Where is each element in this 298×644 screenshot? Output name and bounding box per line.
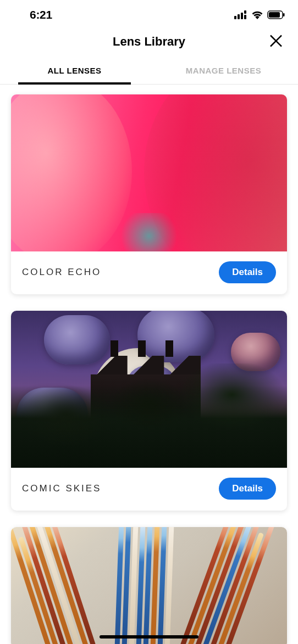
lens-card-partial[interactable] — [11, 527, 287, 644]
tab-bar: ALL LENSES MANAGE LENSES — [0, 57, 298, 85]
lens-card-footer: COLOR ECHO Details — [11, 251, 287, 294]
svg-rect-7 — [283, 13, 285, 16]
cellular-signal-icon — [234, 10, 247, 19]
lens-list[interactable]: COLOR ECHO Details COMIC SKIES Details — [0, 85, 298, 644]
close-icon — [269, 41, 283, 49]
details-button[interactable]: Details — [219, 478, 276, 500]
battery-icon — [267, 10, 285, 19]
tab-manage-lenses[interactable]: MANAGE LENSES — [149, 57, 298, 84]
lens-card-color-echo[interactable]: COLOR ECHO Details — [11, 94, 287, 294]
lens-preview-image — [11, 527, 287, 644]
lens-card-comic-skies[interactable]: COMIC SKIES Details — [11, 311, 287, 511]
lens-preview-image — [11, 311, 287, 468]
lens-title: COMIC SKIES — [22, 483, 101, 494]
app-header: Lens Library — [0, 26, 298, 57]
close-button[interactable] — [266, 31, 286, 53]
home-indicator[interactable] — [100, 635, 198, 639]
svg-rect-6 — [269, 12, 280, 18]
status-bar: 6:21 — [0, 0, 298, 26]
details-button[interactable]: Details — [219, 261, 276, 283]
lens-preview-image — [11, 94, 287, 251]
svg-rect-3 — [244, 10, 246, 14]
page-title: Lens Library — [113, 35, 185, 49]
lens-title: COLOR ECHO — [22, 267, 101, 278]
svg-rect-4 — [244, 15, 246, 19]
tab-all-lenses[interactable]: ALL LENSES — [0, 57, 149, 84]
status-time: 6:21 — [30, 8, 52, 21]
status-icons — [234, 10, 285, 19]
svg-rect-1 — [238, 14, 240, 19]
lens-card-footer: COMIC SKIES Details — [11, 468, 287, 511]
svg-rect-2 — [241, 13, 243, 19]
svg-rect-0 — [234, 16, 236, 19]
wifi-icon — [251, 10, 263, 19]
